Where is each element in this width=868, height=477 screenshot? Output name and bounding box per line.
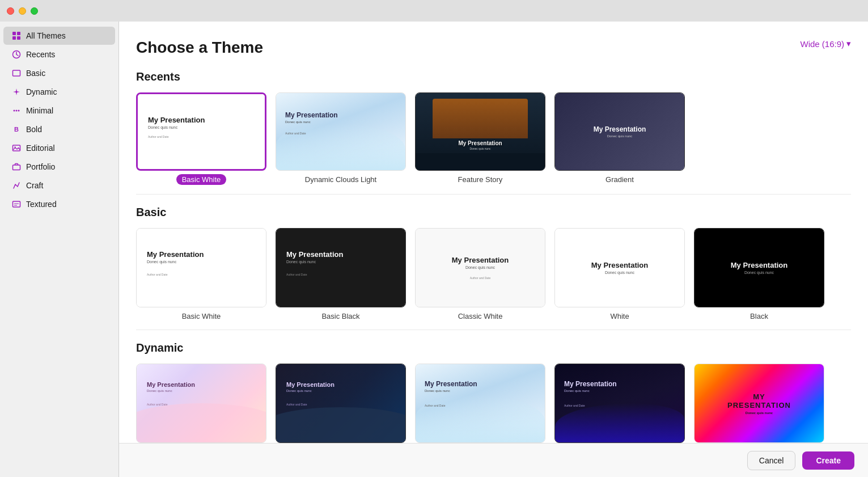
dynamic-section-title: Dynamic xyxy=(136,341,851,354)
sidebar-item-craft[interactable]: Craft xyxy=(3,176,115,195)
theme-thumbnail-feature-story: My Presentation Donec quis nunc xyxy=(415,92,545,171)
theme-thumbnail-gradient: My Presentation Donec quis nunc xyxy=(554,92,685,171)
theme-thumbnail-basic-white-recent: My Presentation Donec quis nunc Author a… xyxy=(136,92,266,171)
maximize-button[interactable] xyxy=(31,7,38,15)
theme-name-classic-white: Classic White xyxy=(458,312,503,320)
theme-card-feature-story[interactable]: My Presentation Donec quis nunc Feature … xyxy=(415,92,545,185)
textured-icon xyxy=(11,199,22,209)
close-button[interactable] xyxy=(7,7,14,15)
theme-thumbnail-dynamic-clouds-light: My Presentation Donec quis nunc Author a… xyxy=(415,364,545,443)
svg-rect-3 xyxy=(17,36,20,40)
theme-thumbnail-dynamic-waves-light: My Presentation Donec quis nunc Author a… xyxy=(136,364,266,443)
main-header: Choose a Theme Wide (16:9) ▾ xyxy=(136,39,851,57)
recents-divider xyxy=(136,194,851,195)
theme-card-dynamic-rainbow[interactable]: MY PRESENTATION Donec quis nunc Dynamic … xyxy=(694,364,824,456)
sidebar-item-label: Editorial xyxy=(26,143,55,153)
theme-name-gradient: Gradient xyxy=(606,175,634,184)
recents-section-title: Recents xyxy=(136,70,851,83)
sparkle-icon xyxy=(11,87,22,97)
theme-thumbnail-white: My Presentation Donec quis nunc xyxy=(554,228,685,307)
sidebar-item-label: Basic xyxy=(26,69,45,78)
svg-point-8 xyxy=(18,110,20,112)
grid-icon xyxy=(11,31,22,41)
sidebar-item-portfolio[interactable]: Portfolio xyxy=(3,158,115,176)
page-title: Choose a Theme xyxy=(136,39,263,57)
svg-text:B: B xyxy=(14,126,19,133)
svg-point-6 xyxy=(14,110,15,112)
theme-thumbnail-clouds-light-recent: My Presentation Donec quis nunc Author a… xyxy=(276,92,406,171)
svg-rect-13 xyxy=(13,201,20,207)
theme-card-gradient[interactable]: My Presentation Donec quis nunc Gradient xyxy=(554,92,685,185)
svg-rect-12 xyxy=(13,165,20,170)
clock-icon xyxy=(11,49,22,60)
theme-card-black[interactable]: My Presentation Donec quis nunc Black xyxy=(694,228,824,320)
theme-card-basic-white[interactable]: My Presentation Donec quis nunc Author a… xyxy=(136,228,266,320)
theme-name-black: Black xyxy=(750,312,768,320)
chevron-down-icon: ▾ xyxy=(846,39,851,49)
theme-name-basic-white: Basic White xyxy=(182,312,221,320)
basic-divider xyxy=(136,330,851,330)
sidebar-item-label: Recents xyxy=(26,50,55,59)
theme-name-dynamic-clouds-light-recent: Dynamic Clouds Light xyxy=(305,175,376,184)
sidebar-item-label: Dynamic xyxy=(26,87,57,96)
app-container: All Themes Recents Basic xyxy=(0,22,868,477)
theme-thumbnail-dynamic-rainbow: MY PRESENTATION Donec quis nunc xyxy=(694,364,824,443)
theme-badge-basic-white: Basic White xyxy=(176,174,227,185)
bold-icon: B xyxy=(11,124,22,134)
sidebar-item-label: Craft xyxy=(26,181,43,190)
sidebar-item-basic[interactable]: Basic xyxy=(3,64,115,82)
sidebar-item-bold[interactable]: B Bold xyxy=(3,120,115,138)
sidebar-item-minimal[interactable]: Minimal xyxy=(3,102,115,120)
theme-thumbnail-basic-black: My Presentation Donec quis nunc Author a… xyxy=(276,228,406,307)
sidebar-item-label: Portfolio xyxy=(26,162,55,171)
theme-card-basic-white-recent[interactable]: My Presentation Donec quis nunc Author a… xyxy=(136,92,266,185)
sidebar-item-textured[interactable]: Textured xyxy=(3,195,115,213)
theme-thumbnail-dynamic-waves-dark: My Presentation Donec quis nunc Author a… xyxy=(276,364,406,443)
theme-card-white[interactable]: My Presentation Donec quis nunc White xyxy=(554,228,685,320)
theme-name-basic-black: Basic Black xyxy=(321,312,359,320)
square-icon xyxy=(11,68,22,78)
dynamic-themes-grid: My Presentation Donec quis nunc Author a… xyxy=(136,364,851,456)
sidebar-item-all-themes[interactable]: All Themes xyxy=(3,27,115,45)
dots-icon xyxy=(11,105,22,116)
recents-grid: My Presentation Donec quis nunc Author a… xyxy=(136,92,851,185)
image-icon xyxy=(11,143,22,153)
theme-thumbnail-dynamic-clouds-dark: My Presentation Donec quis nunc Author a… xyxy=(554,364,685,443)
sidebar-item-editorial[interactable]: Editorial xyxy=(3,139,115,157)
aspect-ratio-selector[interactable]: Wide (16:9) ▾ xyxy=(800,39,851,49)
theme-card-dynamic-waves-dark[interactable]: My Presentation Donec quis nunc Author a… xyxy=(276,364,406,456)
theme-name-white: White xyxy=(610,312,629,320)
theme-card-dynamic-clouds-light-recent[interactable]: My Presentation Donec quis nunc Author a… xyxy=(276,92,406,185)
sidebar-item-dynamic[interactable]: Dynamic xyxy=(3,83,115,101)
theme-thumbnail-basic-white: My Presentation Donec quis nunc Author a… xyxy=(136,228,266,307)
cancel-button[interactable]: Cancel xyxy=(747,451,796,470)
create-button[interactable]: Create xyxy=(802,451,854,470)
svg-rect-5 xyxy=(13,70,20,76)
theme-card-dynamic-clouds-light[interactable]: My Presentation Donec quis nunc Author a… xyxy=(415,364,545,456)
bottom-bar: Cancel Create xyxy=(119,443,868,477)
minimize-button[interactable] xyxy=(19,7,26,15)
theme-thumbnail-black: My Presentation Donec quis nunc xyxy=(694,228,824,307)
sidebar-item-label: Bold xyxy=(26,125,42,134)
main-content: Choose a Theme Wide (16:9) ▾ Recents My … xyxy=(119,22,868,477)
svg-point-7 xyxy=(16,110,18,112)
sidebar-item-label: Minimal xyxy=(26,106,53,115)
theme-card-dynamic-clouds-dark[interactable]: My Presentation Donec quis nunc Author a… xyxy=(554,364,685,456)
sidebar-item-recents[interactable]: Recents xyxy=(3,45,115,64)
theme-name-feature-story: Feature Story xyxy=(458,175,503,184)
svg-rect-0 xyxy=(12,32,16,35)
theme-thumbnail-classic-white: My Presentation Donec quis nunc Author a… xyxy=(415,228,545,307)
briefcase-icon xyxy=(11,162,22,172)
svg-rect-2 xyxy=(12,36,16,40)
craft-icon xyxy=(11,180,22,191)
aspect-ratio-label: Wide (16:9) xyxy=(800,39,844,49)
basic-themes-grid: My Presentation Donec quis nunc Author a… xyxy=(136,228,851,320)
theme-card-basic-black[interactable]: My Presentation Donec quis nunc Author a… xyxy=(276,228,406,320)
sidebar-item-label: All Themes xyxy=(26,31,66,40)
theme-card-dynamic-waves-light[interactable]: My Presentation Donec quis nunc Author a… xyxy=(136,364,266,456)
svg-rect-1 xyxy=(17,32,20,35)
theme-card-classic-white[interactable]: My Presentation Donec quis nunc Author a… xyxy=(415,228,545,320)
sidebar: All Themes Recents Basic xyxy=(0,22,119,477)
title-bar xyxy=(0,0,868,22)
basic-section-title: Basic xyxy=(136,206,851,219)
